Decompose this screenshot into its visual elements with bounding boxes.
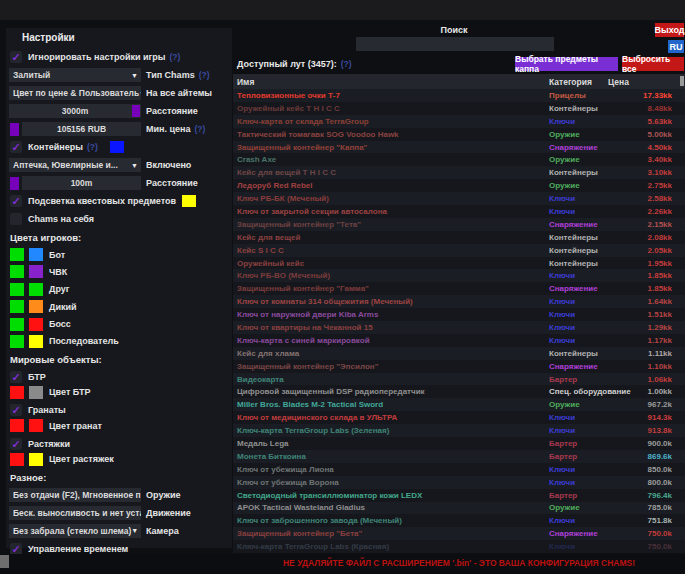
table-row[interactable]: Защищенный контейнер "Бета" Снаряжение 7…	[233, 527, 685, 540]
table-row[interactable]: Кейс для вещей T H I C C Контейнеры 3.10…	[233, 166, 685, 179]
table-row[interactable]: Защищенный контейнер "Каппа" Снаряжение …	[233, 141, 685, 154]
color-swatch[interactable]	[10, 453, 24, 466]
table-row[interactable]: Ключ-карта от склада TerraGroup Ключи 5.…	[233, 115, 685, 128]
color-swatch[interactable]	[10, 386, 24, 399]
scrollbar-thumb[interactable]	[680, 76, 684, 86]
btr-checkbox[interactable]: ✓	[10, 371, 22, 383]
movement-select[interactable]: Беск. выносливость и нет уста ▼	[9, 506, 141, 520]
color-swatch[interactable]	[10, 283, 24, 296]
color-swatch[interactable]	[10, 265, 24, 278]
color-swatch[interactable]	[29, 335, 43, 348]
color-swatch[interactable]	[29, 453, 43, 466]
drop-all-button[interactable]: Выбросить все	[622, 57, 684, 71]
distance-input[interactable]: 3000m	[9, 104, 141, 118]
table-row[interactable]: Тактический томагавк SOG Voodoo Hawk Ору…	[233, 128, 685, 141]
min-price-input[interactable]: 105156 RUB	[22, 122, 141, 136]
table-row[interactable]: Ключ от квартиры на Чеканной 15 Ключи 1.…	[233, 321, 685, 334]
table-row[interactable]: APOK Tactical Wasteland Gladius Оружие 7…	[233, 502, 685, 515]
table-row[interactable]: Монета Биткоина Бартер 869.6k	[233, 450, 685, 463]
color-swatch[interactable]	[10, 300, 24, 313]
item-name: Защищенный контейнер "Тета"	[233, 220, 549, 229]
help-hint[interactable]: (?)	[194, 124, 205, 134]
table-row[interactable]: Ключ от наружной двери Kiba Arms Ключи 1…	[233, 308, 685, 321]
table-row[interactable]: Тепловизионные очки Т-7 Прицелы 17.33kk	[233, 89, 685, 102]
color-swatch[interactable]	[132, 105, 140, 117]
item-name: Ключ от комнаты 314 общежития (Меченый)	[233, 297, 549, 306]
table-row[interactable]: Ключ от убежища Ворона Ключи 800.0k	[233, 476, 685, 489]
table-row[interactable]: Ключ от комнаты 314 общежития (Меченый) …	[233, 295, 685, 308]
table-row[interactable]: Ключ от убежища Лиона Ключи 850.0k	[233, 463, 685, 476]
color-swatch[interactable]	[29, 419, 43, 432]
table-row[interactable]: Защищенный контейнер "Гамма" Снаряжение …	[233, 282, 685, 295]
container-distance-input[interactable]: 100m	[22, 176, 141, 190]
table-row[interactable]: Светодиодный трансиллюминатор кожи LEDX …	[233, 489, 685, 502]
color-swatch[interactable]	[110, 141, 124, 153]
player-color-row: Босс	[9, 318, 232, 331]
table-row[interactable]: Кейс для вещей Контейнеры 2.08kk	[233, 231, 685, 244]
color-swatch[interactable]	[29, 386, 43, 399]
item-price: 1.95kk	[608, 259, 685, 268]
weapon-select[interactable]: Без отдачи (F2), Мгновенное п ▼	[9, 488, 141, 502]
table-row[interactable]: Ключ от медицинского склада в УЛЬТРА Клю…	[233, 411, 685, 424]
exit-button[interactable]: Выход	[655, 23, 684, 37]
item-name: Кейс S I C C	[233, 246, 549, 255]
color-swatch[interactable]	[10, 177, 19, 190]
container-filter-select[interactable]: Аптечка, Ювелирные и... ▼	[9, 158, 141, 172]
help-hint[interactable]: (?)	[169, 52, 180, 62]
color-swatch[interactable]	[29, 318, 43, 331]
camera-select[interactable]: Без забрала (стекло шлема) ▼	[9, 524, 141, 538]
table-row[interactable]: Защищенный контейнер "Эпсилон" Снаряжени…	[233, 360, 685, 373]
table-row[interactable]: Ледоруб Red Rebel Оружие 2.75kk	[233, 179, 685, 192]
all-items-select[interactable]: Цвет по цене & Пользователь ▼	[9, 86, 141, 100]
time-control-checkbox[interactable]: ✓	[10, 543, 22, 555]
quest-highlight-checkbox[interactable]: ✓	[10, 195, 22, 207]
grenades-checkbox[interactable]: ✓	[10, 404, 22, 416]
color-swatch[interactable]	[29, 283, 43, 296]
color-swatch[interactable]	[29, 265, 43, 278]
table-row[interactable]: Защищенный контейнер "Тета" Снаряжение 2…	[233, 218, 685, 231]
table-row[interactable]: Miller Bros. Blades M-2 Tactical Sword О…	[233, 398, 685, 411]
column-header-category[interactable]: Категория	[549, 77, 608, 87]
table-row[interactable]: Кейс для хлама Контейнеры 1.11kk	[233, 347, 685, 360]
table-row[interactable]: Ключ от заброшенного завода (Меченый) Кл…	[233, 514, 685, 527]
item-name: Защищенный контейнер "Гамма"	[233, 284, 549, 293]
column-header-price[interactable]: Цена	[608, 77, 685, 87]
table-row[interactable]: Crash Axe Оружие 3.40kk	[233, 153, 685, 166]
table-row[interactable]: Кейс S I C C Контейнеры 2.05kk	[233, 244, 685, 257]
help-hint[interactable]: (?)	[87, 142, 98, 152]
color-swatch[interactable]	[10, 123, 19, 136]
color-swatch[interactable]	[10, 318, 24, 331]
tripwires-checkbox[interactable]: ✓	[10, 438, 22, 450]
ignore-game-settings-checkbox[interactable]: ✓	[10, 51, 22, 63]
grenades-row: ✓ Гранаты	[9, 403, 232, 417]
color-swatch[interactable]	[10, 419, 24, 432]
color-swatch[interactable]	[10, 335, 24, 348]
color-swatch[interactable]	[29, 248, 43, 261]
table-row[interactable]: Видеокарта Бартер 1.06kk	[233, 373, 685, 386]
select-kappa-items-button[interactable]: Выбрать предметы каппа	[515, 57, 618, 71]
help-hint[interactable]: (?)	[341, 59, 352, 69]
table-row[interactable]: Оружейный кейс Контейнеры 1.95kk	[233, 257, 685, 270]
self-chams-checkbox[interactable]	[10, 213, 22, 225]
table-row[interactable]: Цифровой защищенный DSP радиопередатчик …	[233, 385, 685, 398]
column-header-name[interactable]: Имя	[233, 77, 549, 87]
item-name: Miller Bros. Blades M-2 Tactical Sword	[233, 400, 549, 409]
window-titlebar[interactable]	[0, 0, 685, 20]
tripwires-label: Растяжки	[28, 439, 70, 449]
table-row[interactable]: Ключ от закрытой секции автосалона Ключи…	[233, 205, 685, 218]
color-swatch[interactable]	[10, 248, 24, 261]
table-row[interactable]: Ключ-карта TerraGroup Labs (Красная) Клю…	[233, 540, 685, 553]
table-row[interactable]: Оружейный кейс T H I C C Контейнеры 8.48…	[233, 102, 685, 115]
table-row[interactable]: Ключ РБ-ВО (Меченый) Ключи 1.85kk	[233, 269, 685, 282]
chams-type-select[interactable]: Залитый ▼	[9, 68, 141, 82]
search-input[interactable]	[356, 37, 554, 51]
color-swatch[interactable]	[182, 195, 196, 207]
help-hint[interactable]: (?)	[199, 70, 210, 80]
table-row[interactable]: Ключ-карта с синей маркировкой Ключи 1.1…	[233, 334, 685, 347]
language-button[interactable]: RU	[668, 40, 684, 53]
table-row[interactable]: Ключ-карта TerraGroup Labs (Зеленая) Клю…	[233, 424, 685, 437]
table-row[interactable]: Медаль Lega Бартер 900.0k	[233, 437, 685, 450]
table-row[interactable]: Ключ РБ-БК (Меченый) Ключи 2.58kk	[233, 192, 685, 205]
color-swatch[interactable]	[29, 300, 43, 313]
containers-checkbox[interactable]: ✓	[10, 141, 22, 153]
